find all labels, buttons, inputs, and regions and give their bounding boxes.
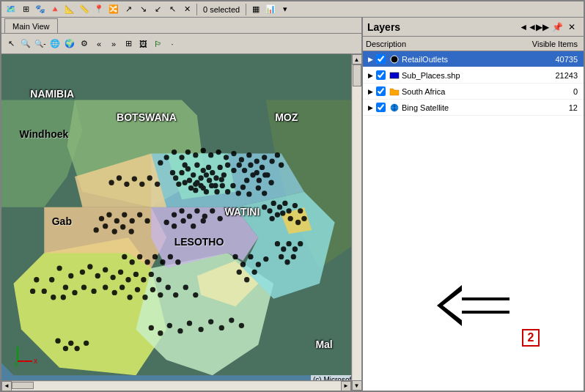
svg-point-176 bbox=[281, 246, 286, 251]
svg-point-99 bbox=[172, 223, 177, 229]
toolbar-icon-x[interactable]: ✕ bbox=[180, 3, 194, 16]
toolbar-icon-table[interactable]: ▦ bbox=[249, 3, 262, 16]
toolbar-icon-info[interactable]: 🐾 bbox=[34, 3, 47, 16]
svg-point-34 bbox=[172, 149, 177, 155]
toolbar-icon-map2[interactable]: 🔺 bbox=[48, 3, 62, 16]
scroll-up-btn[interactable]: ▲ bbox=[352, 54, 362, 64]
layer-expand-4[interactable]: ▶ bbox=[366, 103, 375, 112]
layer-expand-3[interactable]: ▶ bbox=[366, 87, 375, 96]
svg-point-10 bbox=[198, 175, 203, 180]
map-tool-right[interactable]: » bbox=[107, 37, 120, 51]
map-tool-globe2[interactable]: 🌍 bbox=[63, 37, 76, 51]
layers-forward-btn[interactable]: ▶▶ bbox=[535, 20, 550, 34]
svg-point-179 bbox=[298, 241, 303, 246]
svg-point-8 bbox=[173, 175, 178, 180]
toolbar-icon-ruler[interactable]: 📏 bbox=[78, 3, 91, 16]
layers-back-btn[interactable]: ◄◄ bbox=[520, 20, 535, 34]
map-tool-pin[interactable]: 🏳 bbox=[151, 37, 164, 51]
scroll-right-btn[interactable]: ► bbox=[341, 381, 351, 391]
svg-point-120 bbox=[130, 218, 135, 223]
svg-point-71 bbox=[144, 259, 150, 265]
layer-row-bing[interactable]: ▶ Bing Satellite 12 bbox=[363, 100, 584, 116]
map-tool-zoomout[interactable]: 🔍- bbox=[34, 37, 47, 51]
svg-point-169 bbox=[187, 321, 192, 326]
layer-checkbox-1[interactable] bbox=[376, 54, 386, 64]
svg-point-65 bbox=[61, 295, 66, 300]
toolbar-icon-more[interactable]: ▾ bbox=[279, 3, 292, 16]
map-tab-bar: Main View bbox=[1, 18, 361, 34]
map-tool-picture[interactable]: 🖼 bbox=[136, 37, 150, 51]
svg-point-140 bbox=[220, 183, 225, 188]
scroll-down-btn[interactable]: ▼ bbox=[352, 380, 362, 391]
map-tool-left[interactable]: « bbox=[92, 37, 106, 51]
scroll-thumb-h[interactable] bbox=[12, 382, 34, 389]
map-scrollbar-bottom[interactable]: ◄ ► bbox=[1, 380, 351, 391]
toolbar-icon-route[interactable]: 🔀 bbox=[107, 3, 120, 16]
map-tool-globe[interactable]: 🌐 bbox=[48, 37, 62, 51]
svg-point-93 bbox=[194, 208, 199, 213]
layer-checkbox-4[interactable] bbox=[376, 103, 386, 112]
layer-row-retailoutlets[interactable]: ▶ RetailOutlets 40735 bbox=[363, 51, 584, 67]
layer-expand-2[interactable]: ▶ bbox=[366, 71, 375, 80]
layers-close-btn[interactable]: ✕ bbox=[564, 20, 579, 34]
svg-point-7 bbox=[206, 165, 211, 170]
svg-point-108 bbox=[232, 254, 238, 259]
svg-point-22 bbox=[286, 208, 291, 213]
svg-point-73 bbox=[160, 259, 165, 265]
toolbar-icon-path4[interactable]: ↖ bbox=[166, 3, 179, 16]
svg-point-143 bbox=[236, 191, 241, 196]
map-panel: Main View ↖ 🔍 🔍- 🌐 🌍 ⚙ « » ⊞ 🖼 🏳 · bbox=[1, 18, 363, 391]
main-view-tab[interactable]: Main View bbox=[4, 18, 58, 33]
toolbar-icon-path2[interactable]: ↘ bbox=[136, 3, 150, 16]
svg-point-25 bbox=[275, 212, 280, 217]
svg-point-127 bbox=[129, 229, 134, 234]
svg-point-66 bbox=[34, 277, 39, 282]
map-view[interactable]: NAMIBIA Windhoek BOTSWANA MOZ Gab WATINI… bbox=[1, 54, 361, 391]
layer-checkbox-2[interactable] bbox=[376, 70, 386, 80]
svg-point-5 bbox=[201, 168, 206, 173]
map-tool-settings[interactable]: ⚙ bbox=[78, 37, 91, 51]
svg-point-151 bbox=[142, 295, 147, 300]
scroll-left-btn[interactable]: ◄ bbox=[1, 381, 12, 391]
svg-point-130 bbox=[124, 182, 129, 187]
svg-point-150 bbox=[135, 287, 140, 292]
selected-count-label: 0 selected bbox=[203, 5, 240, 14]
svg-point-80 bbox=[149, 272, 154, 277]
layer-row-southafrica[interactable]: ▶ South Africa 0 bbox=[363, 84, 584, 100]
map-tool-zoomin[interactable]: 🔍 bbox=[19, 37, 32, 51]
svg-point-15 bbox=[213, 175, 218, 180]
svg-point-67 bbox=[30, 289, 35, 294]
svg-point-188 bbox=[256, 185, 261, 191]
svg-point-88 bbox=[260, 165, 265, 170]
map-tool-dot[interactable]: · bbox=[166, 37, 179, 51]
svg-point-104 bbox=[63, 346, 68, 351]
map-tool-arrow[interactable]: ↖ bbox=[4, 37, 18, 51]
svg-point-21 bbox=[282, 201, 287, 206]
toolbar-icon-excel[interactable]: 📊 bbox=[264, 3, 277, 16]
toolbar-icon-layer[interactable]: 🗺️ bbox=[4, 3, 18, 16]
map-tool-grid[interactable]: ⊞ bbox=[122, 37, 135, 51]
svg-point-166 bbox=[158, 330, 163, 336]
svg-point-139 bbox=[214, 189, 219, 194]
toolbar-icon-path3[interactable]: ↙ bbox=[151, 3, 164, 16]
map-scrollbar-right[interactable]: ▲ ▼ bbox=[351, 54, 361, 391]
svg-point-17 bbox=[221, 172, 227, 177]
layers-pin-btn[interactable]: 📌 bbox=[550, 20, 564, 34]
layer-row-subplaces[interactable]: ▶ Sub_Places.shp 21243 bbox=[363, 67, 584, 84]
svg-point-148 bbox=[119, 285, 125, 290]
toolbar-icon-select[interactable]: ⊞ bbox=[19, 3, 32, 16]
layer-checkbox-3[interactable] bbox=[376, 86, 386, 96]
svg-point-123 bbox=[94, 227, 99, 232]
svg-point-55 bbox=[87, 264, 92, 269]
toolbar-icon-path[interactable]: ↗ bbox=[122, 3, 135, 16]
toolbar-icon-measure[interactable]: 📐 bbox=[63, 3, 76, 16]
scroll-thumb-v[interactable] bbox=[353, 64, 361, 86]
svg-point-105 bbox=[74, 346, 79, 351]
svg-point-155 bbox=[173, 292, 178, 297]
scroll-track-h bbox=[12, 382, 341, 391]
svg-point-163 bbox=[213, 183, 218, 188]
toolbar-icon-pin[interactable]: 📍 bbox=[92, 3, 106, 16]
layer-expand-1[interactable]: ▶ bbox=[366, 55, 375, 64]
svg-point-160 bbox=[194, 180, 199, 185]
layer-icon-retailoutlets bbox=[389, 53, 400, 65]
